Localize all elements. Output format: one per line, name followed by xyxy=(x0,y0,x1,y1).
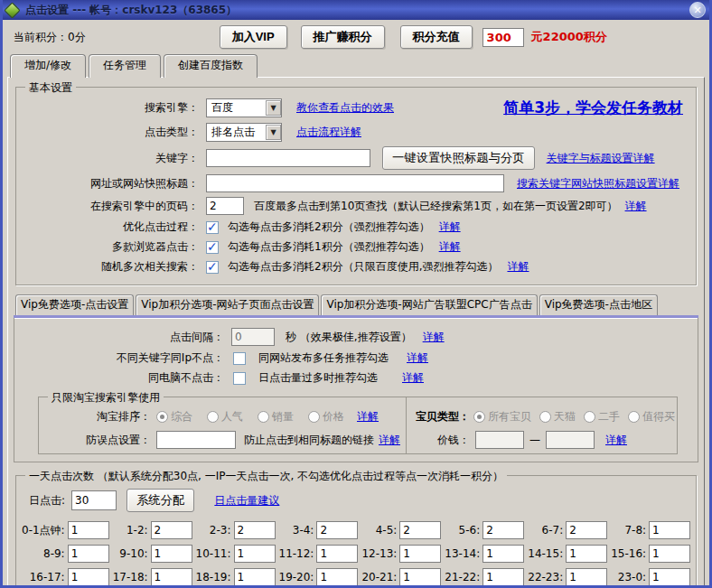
hour-input[interactable] xyxy=(234,545,276,563)
hour-input[interactable] xyxy=(566,545,607,563)
diff-keyword-checkbox[interactable] xyxy=(233,352,246,365)
keyword-title-link[interactable]: 关键字与标题设置详解 xyxy=(547,151,655,166)
hour-label: 10-11: xyxy=(196,547,231,560)
page-number-input[interactable] xyxy=(206,197,244,215)
hour-cell: 11-12: xyxy=(279,545,362,563)
random-search-detail-link[interactable]: 详解 xyxy=(507,259,529,275)
keyword-label: 关键字： xyxy=(22,151,199,166)
click-type-select[interactable]: 排名点击 ▼ xyxy=(206,123,282,142)
multi-browser-checkbox[interactable] xyxy=(206,241,219,254)
radio-option[interactable]: 所有宝贝 xyxy=(473,409,531,425)
taobao-group: 只限淘宝搜索引擎使用 淘宝排序： 综合人气销量价格 详解 防误点设置： 防止点击… xyxy=(38,397,407,454)
tutorial-link[interactable]: 简单3步，学会发任务教材 xyxy=(503,98,683,118)
radio-icon xyxy=(207,411,219,423)
hour-input[interactable] xyxy=(566,568,607,586)
close-icon[interactable]: ✕ xyxy=(689,2,706,18)
tab-vip-cpc-ad-click[interactable]: Vip加积分选项-网站广告联盟CPC广告点击 xyxy=(321,294,537,315)
taobao-legend: 只限淘宝搜索引擎使用 xyxy=(48,390,164,406)
tab-add-modify[interactable]: 增加/修改 xyxy=(10,54,86,78)
view-effect-link[interactable]: 教你查看点击的效果 xyxy=(296,100,394,116)
tab-baidu-index[interactable]: 创建百度指数 xyxy=(164,54,258,78)
optimize-detail-link[interactable]: 详解 xyxy=(439,219,461,235)
radio-label: 值得买 xyxy=(642,409,675,425)
join-vip-button[interactable]: 加入VIP xyxy=(220,25,287,49)
tab-vip-click-settings[interactable]: Vip免费选项-点击设置 xyxy=(15,294,134,315)
keyword-input[interactable] xyxy=(206,149,370,167)
hour-cell: 14-15: xyxy=(528,545,611,563)
page-detail-link[interactable]: 详解 xyxy=(625,199,647,214)
same-pc-checkbox[interactable] xyxy=(233,372,246,385)
price-from-input[interactable] xyxy=(475,431,524,449)
hour-input[interactable] xyxy=(399,521,441,539)
daily-suggest-link[interactable]: 日点击量建议 xyxy=(214,493,279,509)
hour-label: 14-15: xyxy=(528,547,563,560)
misclick-input[interactable] xyxy=(156,431,236,449)
hour-input[interactable] xyxy=(316,568,358,586)
hour-input[interactable] xyxy=(316,545,358,563)
interval-detail-link[interactable]: 详解 xyxy=(423,330,445,345)
promote-earn-button[interactable]: 推广赚积分 xyxy=(301,25,385,49)
radio-option[interactable]: 人气 xyxy=(207,409,243,425)
recharge-amount-input[interactable] xyxy=(482,28,524,47)
chevron-down-icon[interactable]: ▼ xyxy=(266,100,281,116)
hour-cell: 4-5: xyxy=(361,521,445,539)
hour-input[interactable] xyxy=(399,545,441,563)
diff-keyword-detail-link[interactable]: 详解 xyxy=(407,350,428,366)
radio-option[interactable]: 值得买 xyxy=(628,409,675,425)
hour-input[interactable] xyxy=(649,521,690,539)
radio-option[interactable]: 价格 xyxy=(308,409,344,425)
hour-input[interactable] xyxy=(151,545,192,563)
hour-input[interactable] xyxy=(649,568,690,586)
price-detail-link[interactable]: 详解 xyxy=(605,433,627,448)
hour-input[interactable] xyxy=(649,545,690,563)
hour-input[interactable] xyxy=(68,568,109,586)
hour-input[interactable] xyxy=(68,521,109,539)
hour-input[interactable] xyxy=(482,568,524,586)
hour-cell: 23-0: xyxy=(611,568,694,586)
hour-input[interactable] xyxy=(566,521,607,539)
hour-input[interactable] xyxy=(482,521,524,539)
radio-icon xyxy=(156,411,168,423)
radio-option[interactable]: 综合 xyxy=(156,409,192,425)
radio-option[interactable]: 天猫 xyxy=(539,409,576,425)
random-search-checkbox[interactable] xyxy=(206,261,219,274)
hour-input[interactable] xyxy=(234,568,276,586)
window-title: 点击设置 --- 帐号：crskv123（63865） xyxy=(25,3,237,18)
same-pc-detail-link[interactable]: 详解 xyxy=(402,370,424,386)
price-to-input[interactable] xyxy=(546,431,595,449)
click-flow-link[interactable]: 点击流程详解 xyxy=(296,125,361,140)
radio-option[interactable]: 二手 xyxy=(584,409,620,425)
hour-input[interactable] xyxy=(399,568,441,586)
url-snapshot-link[interactable]: 搜索关键字网站快照标题设置详解 xyxy=(517,176,679,191)
price-dash: — xyxy=(529,434,540,446)
hour-input[interactable] xyxy=(68,545,109,563)
system-assign-button[interactable]: 系统分配 xyxy=(126,489,194,512)
search-engine-select[interactable]: 百度 ▼ xyxy=(206,98,282,117)
optimize-row: 优化点击过程： 勾选每点击多消耗2积分（强烈推荐勾选） 详解 xyxy=(22,219,690,235)
tab-vip-subpage-click[interactable]: Vip加积分选项-网站子页面点击设置 xyxy=(136,294,319,315)
hours-grid: 0-1点钟:1-2:2-3:3-4:4-5:5-6:6-7:7-8:8-9:9-… xyxy=(22,521,690,586)
tab-task-manage[interactable]: 任务管理 xyxy=(89,54,161,78)
page-number-row: 在搜索引擎中的页码： 百度最多点击到第10页查找（默认已经搜索第1页，如在第一页… xyxy=(22,197,690,215)
hour-input[interactable] xyxy=(234,521,276,539)
tab-vip-click-region[interactable]: Vip免费选项-点击地区 xyxy=(539,294,658,315)
interval-input[interactable] xyxy=(231,328,275,346)
one-key-setup-button[interactable]: 一键设置快照标题与分页 xyxy=(382,146,535,170)
interval-hint: 秒 （效果极佳,推荐设置） xyxy=(286,330,412,345)
interval-row: 点击间隔： 秒 （效果极佳,推荐设置） 详解 xyxy=(18,328,694,346)
hour-label: 0-1点钟: xyxy=(22,523,65,538)
misclick-detail-link[interactable]: 详解 xyxy=(379,433,400,448)
hour-input[interactable] xyxy=(151,521,192,539)
radio-option[interactable]: 销量 xyxy=(258,409,294,425)
chevron-down-icon[interactable]: ▼ xyxy=(266,125,281,140)
hour-input[interactable] xyxy=(482,545,524,563)
taobao-sort-detail-link[interactable]: 详解 xyxy=(357,409,379,425)
optimize-checkbox[interactable] xyxy=(206,221,219,234)
recharge-button[interactable]: 积分充值 xyxy=(400,25,473,49)
hour-input[interactable] xyxy=(316,521,358,539)
hour-cell: 15-16: xyxy=(611,545,694,563)
hour-input[interactable] xyxy=(151,568,192,586)
multi-browser-detail-link[interactable]: 详解 xyxy=(439,239,461,255)
url-input[interactable] xyxy=(206,174,504,192)
daily-clicks-input[interactable] xyxy=(71,490,117,510)
